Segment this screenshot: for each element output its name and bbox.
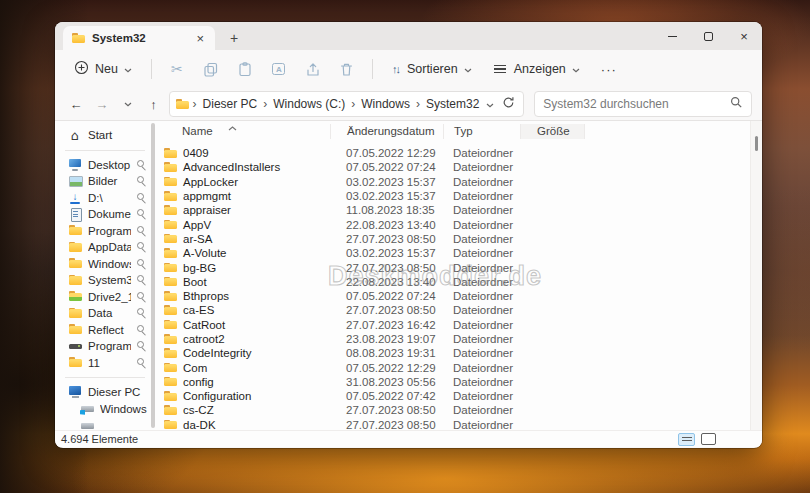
- paste-button[interactable]: [230, 55, 260, 83]
- sidebar-item-programm-ba[interactable]: Programm-Ba: [55, 338, 151, 355]
- rename-button[interactable]: A: [264, 55, 294, 83]
- search-input[interactable]: [543, 97, 730, 111]
- file-modified-date: 23.08.2023 19:07: [330, 333, 443, 345]
- breadcrumb-segment-windows-c[interactable]: Windows (C:): [268, 95, 350, 113]
- file-type: Dateiordner: [443, 247, 520, 259]
- explorer-window: System32 × + × Neu ✂ A ↑↓ Sortieren: [55, 22, 762, 448]
- refresh-icon[interactable]: [502, 96, 515, 112]
- folder-icon: [164, 191, 177, 202]
- sidebar-item-bilder[interactable]: Bilder: [55, 173, 151, 190]
- close-button[interactable]: ×: [726, 22, 762, 50]
- sidebar-item-appdata[interactable]: AppData: [55, 239, 151, 256]
- file-row[interactable]: ca-ES 27.07.2023 08:50 Dateiordner: [156, 303, 762, 317]
- file-row[interactable]: bg-BG 27.07.2023 08:50 Dateiordner: [156, 260, 762, 274]
- trash-icon: [339, 62, 354, 77]
- search-box[interactable]: [534, 91, 752, 117]
- file-row[interactable]: appraiser 11.08.2023 18:35 Dateiordner: [156, 203, 762, 217]
- sidebar-divider: [65, 150, 145, 151]
- file-row[interactable]: 0409 07.05.2022 12:29 Dateiordner: [156, 146, 762, 160]
- new-button[interactable]: Neu: [65, 55, 141, 83]
- breadcrumb-segment-windows[interactable]: Windows: [356, 95, 415, 113]
- file-row[interactable]: AppV 22.08.2023 13:40 Dateiordner: [156, 217, 762, 231]
- scrollbar-thumb[interactable]: [755, 136, 758, 151]
- sidebar-item-drive2-1[interactable]: Drive2_1: [55, 289, 151, 306]
- new-tab-button[interactable]: +: [223, 27, 245, 49]
- copy-button[interactable]: [196, 55, 226, 83]
- maximize-icon: [704, 32, 713, 41]
- share-button[interactable]: [298, 55, 328, 83]
- file-row[interactable]: config 31.08.2023 05:56 Dateiordner: [156, 375, 762, 389]
- file-list-scrollbar[interactable]: [750, 121, 762, 430]
- sidebar-item-data[interactable]: Data: [55, 305, 151, 322]
- sidebar-item-system32[interactable]: System32: [55, 272, 151, 289]
- file-modified-date: 03.02.2023 15:37: [330, 190, 443, 202]
- file-row[interactable]: Configuration 07.05.2022 07:42 Dateiordn…: [156, 389, 762, 403]
- view-button-label: Anzeigen: [514, 62, 566, 76]
- breadcrumb-segment-system32[interactable]: System32: [421, 95, 484, 113]
- file-type: Dateiordner: [443, 376, 520, 388]
- sidebar-item-start[interactable]: Start: [55, 127, 151, 144]
- sidebar-item-desktop[interactable]: Desktop: [55, 157, 151, 174]
- view-button[interactable]: Anzeigen: [485, 57, 589, 81]
- file-type: Dateiordner: [443, 262, 520, 274]
- sort-button-label: Sortieren: [407, 62, 458, 76]
- sidebar-item-icon: [68, 274, 82, 287]
- navigation-pane: Start Desktop Bilder D:\ Dokumente Progr…: [55, 121, 151, 430]
- back-button[interactable]: ←: [65, 92, 87, 116]
- folder-icon: [164, 291, 177, 302]
- maximize-button[interactable]: [690, 22, 726, 50]
- sidebar-item-icon: [68, 257, 82, 270]
- sort-button[interactable]: ↑↓ Sortieren: [383, 57, 481, 81]
- file-name: AppLocker: [183, 176, 238, 188]
- folder-icon: [164, 334, 177, 345]
- file-row[interactable]: da-DK 27.07.2023 08:50 Dateiordner: [156, 418, 762, 430]
- file-row[interactable]: cs-CZ 27.07.2023 08:50 Dateiordner: [156, 403, 762, 417]
- file-row[interactable]: CodeIntegrity 08.08.2023 19:31 Dateiordn…: [156, 346, 762, 360]
- minimize-button[interactable]: [654, 22, 690, 50]
- tab-close-icon[interactable]: ×: [193, 32, 207, 45]
- cut-button[interactable]: ✂: [162, 55, 192, 83]
- file-row[interactable]: Com 07.05.2022 12:29 Dateiordner: [156, 360, 762, 374]
- file-row[interactable]: Bthprops 07.05.2022 07:24 Dateiordner: [156, 289, 762, 303]
- sidebar-item-label: Bilder: [88, 175, 131, 187]
- folder-icon: [164, 148, 177, 159]
- breadcrumb-bar[interactable]: ›Dieser PC›Windows (C:)›Windows›System32: [169, 91, 525, 117]
- sidebar-item-icon: [68, 323, 82, 336]
- sidebar-item-windows-c[interactable]: Windows (C:): [55, 401, 151, 418]
- column-header-date[interactable]: Änderungsdatum: [330, 124, 443, 139]
- column-header-size[interactable]: Größe: [520, 124, 585, 139]
- forward-button[interactable]: →: [91, 92, 113, 116]
- window-controls: ×: [654, 22, 762, 50]
- sidebar-item-11[interactable]: 11: [55, 355, 151, 372]
- file-modified-date: 27.07.2023 08:50: [330, 233, 443, 245]
- column-header-type[interactable]: Typ: [443, 124, 520, 139]
- file-row[interactable]: A-Volute 03.02.2023 15:37 Dateiordner: [156, 246, 762, 260]
- folder-icon: [71, 32, 85, 44]
- sidebar-item-windows[interactable]: Windows: [55, 256, 151, 273]
- delete-button[interactable]: [332, 55, 362, 83]
- recent-locations-button[interactable]: [117, 92, 139, 116]
- breadcrumb-segment-dieser-pc[interactable]: Dieser PC: [198, 95, 263, 113]
- column-header-name[interactable]: Name: [164, 124, 330, 139]
- more-options-button[interactable]: ···: [593, 58, 625, 81]
- details-view-button[interactable]: [678, 433, 695, 446]
- up-button[interactable]: ↑: [143, 92, 165, 116]
- sidebar-item-label: Desktop: [88, 159, 131, 171]
- sidebar-item-programdata[interactable]: ProgramData: [55, 223, 151, 240]
- file-row[interactable]: Boot 22.08.2023 13:40 Dateiordner: [156, 275, 762, 289]
- address-dropdown-icon[interactable]: [486, 97, 494, 111]
- file-row[interactable]: ar-SA 27.07.2023 08:50 Dateiordner: [156, 232, 762, 246]
- sidebar-item-dokumente[interactable]: Dokumente: [55, 206, 151, 223]
- pin-icon: [137, 325, 147, 335]
- sidebar-item-d[interactable]: D:\: [55, 190, 151, 207]
- file-row[interactable]: CatRoot 27.07.2023 16:42 Dateiordner: [156, 318, 762, 332]
- sidebar-item-reflect[interactable]: Reflect: [55, 322, 151, 339]
- large-icons-view-button[interactable]: [701, 433, 716, 445]
- sidebar-item-dieser-pc[interactable]: Dieser PC: [55, 384, 151, 401]
- file-modified-date: 31.08.2023 05:56: [330, 376, 443, 388]
- tab-system32[interactable]: System32 ×: [63, 26, 215, 50]
- file-row[interactable]: appmgmt 03.02.2023 15:37 Dateiordner: [156, 189, 762, 203]
- file-row[interactable]: AdvancedInstallers 07.05.2022 07:24 Date…: [156, 160, 762, 174]
- file-row[interactable]: catroot2 23.08.2023 19:07 Dateiordner: [156, 332, 762, 346]
- file-row[interactable]: AppLocker 03.02.2023 15:37 Dateiordner: [156, 175, 762, 189]
